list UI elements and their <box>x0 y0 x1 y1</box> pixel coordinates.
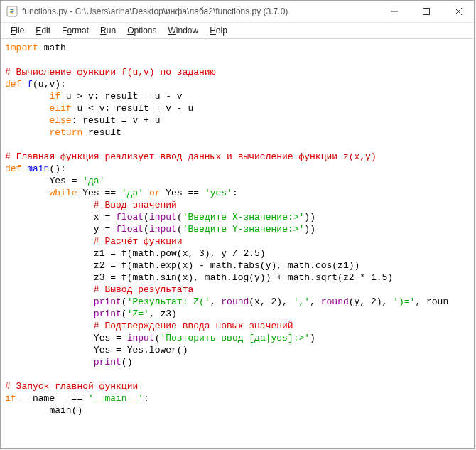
menubar: File Edit Format Run Options Window Help <box>1 23 474 39</box>
svg-rect-0 <box>7 6 17 16</box>
app-icon <box>6 6 18 17</box>
menu-format[interactable]: Format <box>56 24 94 37</box>
menu-run[interactable]: Run <box>94 24 121 37</box>
menu-edit[interactable]: Edit <box>30 24 56 37</box>
close-button[interactable] <box>442 1 474 22</box>
svg-rect-2 <box>423 9 429 15</box>
idle-window: functions.py - C:\Users\arina\Desktop\ин… <box>0 0 475 449</box>
window-buttons <box>378 1 474 22</box>
minimize-button[interactable] <box>378 1 410 22</box>
menu-options[interactable]: Options <box>121 24 162 37</box>
titlebar[interactable]: functions.py - C:\Users\arina\Desktop\ин… <box>1 1 474 23</box>
code-text: import <box>5 43 38 53</box>
menu-help[interactable]: Help <box>204 24 233 37</box>
code-text: # Вычисление функции f(u,v) по заданию <box>5 67 215 77</box>
maximize-button[interactable] <box>410 1 442 22</box>
menu-file[interactable]: File <box>5 24 30 37</box>
code-editor[interactable]: import math # Вычисление функции f(u,v) … <box>1 39 474 448</box>
window-title: functions.py - C:\Users\arina\Desktop\ин… <box>22 6 378 16</box>
menu-window[interactable]: Window <box>163 24 205 37</box>
